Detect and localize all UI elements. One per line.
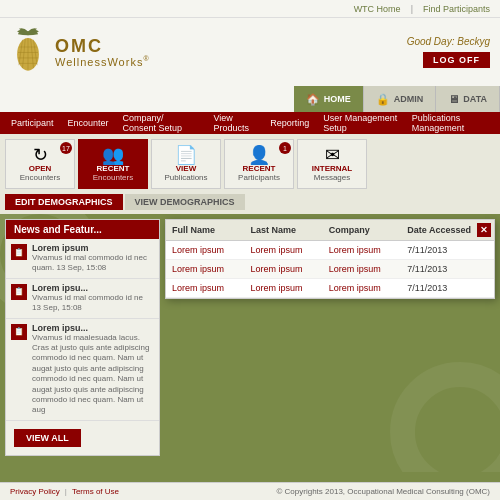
cell-company-1: Lorem ipsum bbox=[323, 241, 401, 260]
person-icon: 👤 bbox=[248, 146, 270, 164]
table-close-button[interactable]: ✕ bbox=[477, 223, 491, 237]
tab-admin-label: ADMIN bbox=[394, 94, 424, 104]
tab-home-label: HOME bbox=[324, 94, 351, 104]
news-item-2: 📋 Lorem ipsu... Vivamus id mal commodo i… bbox=[6, 279, 159, 319]
table-panel: ✕ Full Name Last Name Company Date Acces… bbox=[165, 219, 495, 299]
tile-messages-label: Messages bbox=[314, 173, 350, 182]
envelope-icon: ✉ bbox=[325, 146, 340, 164]
logo-area: OMC WellnessWorks® bbox=[5, 25, 150, 80]
view-demographics-button[interactable]: VIEW DEMOGRAPHICS bbox=[125, 194, 245, 210]
nav-user-mgmt[interactable]: User Management Setup bbox=[317, 112, 404, 134]
tile-recent-enc-label: Encounters bbox=[93, 173, 133, 182]
news-body-1: Vivamus id mal commodo id nec quam. 13 S… bbox=[32, 253, 154, 274]
logout-button[interactable]: LOG OFF bbox=[423, 52, 490, 68]
group-icon: 👥 bbox=[102, 146, 124, 164]
col-full-name: Full Name bbox=[166, 220, 244, 241]
news-title-3: Lorem ipsu... bbox=[32, 323, 154, 333]
cell-last-name-1: Lorem ipsum bbox=[244, 241, 322, 260]
news-text-3: Lorem ipsu... Vivamus id maalesuada lacu… bbox=[32, 323, 154, 416]
find-participants-link[interactable]: Find Participants bbox=[423, 4, 490, 14]
view-all-button[interactable]: VIEW ALL bbox=[14, 429, 81, 447]
news-doc-icon-3: 📋 bbox=[11, 324, 27, 340]
cell-full-name-1: Lorem ipsum bbox=[166, 241, 244, 260]
header: OMC WellnessWorks® Good Day: Beckyg LOG … bbox=[0, 18, 500, 86]
document-icon: 📄 bbox=[175, 146, 197, 164]
cell-full-name-3: Lorem ipsum bbox=[166, 279, 244, 298]
tile-open-encounters[interactable]: 17 ↻ OPEN Encounters bbox=[5, 139, 75, 189]
cell-full-name-2: Lorem ipsum bbox=[166, 260, 244, 279]
tab-data[interactable]: 🖥 DATA bbox=[436, 86, 500, 112]
nav-reporting[interactable]: Reporting bbox=[264, 112, 315, 134]
wtc-home-link[interactable]: WTC Home bbox=[354, 4, 401, 14]
logo-text: OMC WellnessWorks® bbox=[55, 37, 150, 68]
recent-participants-badge: 1 bbox=[279, 142, 291, 154]
lock-icon: 🔒 bbox=[376, 93, 390, 106]
monitor-icon: 🖥 bbox=[448, 93, 459, 105]
nav-participant[interactable]: Participant bbox=[5, 112, 60, 134]
privacy-policy-link[interactable]: Privacy Policy bbox=[10, 487, 60, 496]
open-encounters-badge: 17 bbox=[60, 142, 72, 154]
footer: Privacy Policy | Terms of Use © Copyrigh… bbox=[0, 482, 500, 500]
logo-omc: OMC bbox=[55, 37, 150, 55]
demographics-buttons: EDIT DEMOGRAPHICS VIEW DEMOGRAPHICS bbox=[0, 194, 500, 214]
news-text-2: Lorem ipsu... Vivamus id mal commodo id … bbox=[32, 283, 154, 314]
news-body-2: Vivamus id mal commodo id ne 13 Sep, 15:… bbox=[32, 293, 154, 314]
news-item-1: 📋 Lorem ipsum Vivamus id mal commodo id … bbox=[6, 239, 159, 279]
tile-pub-label: Publications bbox=[164, 173, 207, 182]
cell-company-2: Lorem ipsum bbox=[323, 260, 401, 279]
tile-recent-label: RECENT bbox=[97, 164, 130, 173]
greeting-text: Good Day: Beckyg bbox=[407, 36, 490, 47]
cell-date-3: 7/11/2013 bbox=[401, 279, 494, 298]
news-title-1: Lorem ipsum bbox=[32, 243, 154, 253]
tile-open-label: OPEN bbox=[29, 164, 52, 173]
tile-participants-label: Participants bbox=[238, 173, 280, 182]
cell-date-1: 7/11/2013 bbox=[401, 241, 494, 260]
nav-bar: Participant Encounter Company/ Consent S… bbox=[0, 112, 500, 134]
tile-internal-label: INTERNAL bbox=[312, 164, 352, 173]
news-doc-icon-1: 📋 bbox=[11, 244, 27, 260]
tab-admin[interactable]: 🔒 ADMIN bbox=[364, 86, 437, 112]
cell-company-3: Lorem ipsum bbox=[323, 279, 401, 298]
nav-view-products[interactable]: View Products bbox=[207, 112, 262, 134]
table-row: Lorem ipsum Lorem ipsum Lorem ipsum 7/11… bbox=[166, 260, 494, 279]
footer-separator: | bbox=[65, 487, 67, 496]
tab-home[interactable]: 🏠 HOME bbox=[294, 86, 364, 112]
news-body-3: Vivamus id maalesuada lacus. Cras at jus… bbox=[32, 333, 154, 416]
col-company: Company bbox=[323, 220, 401, 241]
cell-last-name-3: Lorem ipsum bbox=[244, 279, 322, 298]
tile-internal-messages[interactable]: ✉ INTERNAL Messages bbox=[297, 139, 367, 189]
edit-demographics-button[interactable]: EDIT DEMOGRAPHICS bbox=[5, 194, 123, 210]
col-last-name: Last Name bbox=[244, 220, 322, 241]
nav-company-consent[interactable]: Company/ Consent Setup bbox=[117, 112, 206, 134]
cell-last-name-2: Lorem ipsum bbox=[244, 260, 322, 279]
tile-recent-encounters[interactable]: 👥 RECENT Encounters bbox=[78, 139, 148, 189]
table-row: Lorem ipsum Lorem ipsum Lorem ipsum 7/11… bbox=[166, 279, 494, 298]
home-icon: 🏠 bbox=[306, 93, 320, 106]
refresh-icon: ↻ bbox=[33, 146, 48, 164]
terms-link[interactable]: Terms of Use bbox=[72, 487, 119, 496]
news-text-1: Lorem ipsum Vivamus id mal commodo id ne… bbox=[32, 243, 154, 274]
pineapple-icon bbox=[5, 25, 50, 80]
news-header: News and Featur... bbox=[6, 220, 159, 239]
tile-recent-part-label: RECENT bbox=[243, 164, 276, 173]
nav-encounter[interactable]: Encounter bbox=[62, 112, 115, 134]
news-doc-icon-2: 📋 bbox=[11, 284, 27, 300]
tile-view-publications[interactable]: 📄 VIEW Publications bbox=[151, 139, 221, 189]
cell-date-2: 7/11/2013 bbox=[401, 260, 494, 279]
tile-recent-participants[interactable]: 1 👤 RECENT Participants bbox=[224, 139, 294, 189]
news-panel: News and Featur... 📋 Lorem ipsum Vivamus… bbox=[5, 219, 160, 456]
top-bar-separator: | bbox=[411, 4, 413, 14]
tile-view-label: VIEW bbox=[176, 164, 196, 173]
main-content: News and Featur... 📋 Lorem ipsum Vivamus… bbox=[0, 214, 500, 472]
news-item-3: 📋 Lorem ipsu... Vivamus id maalesuada la… bbox=[6, 319, 159, 421]
header-right: Good Day: Beckyg LOG OFF bbox=[407, 36, 490, 68]
deco-circle-2 bbox=[390, 362, 500, 472]
tile-encounters-label: Encounters bbox=[20, 173, 60, 182]
tab-bar: 🏠 HOME 🔒 ADMIN 🖥 DATA bbox=[0, 86, 500, 112]
logo-wellness: WellnessWorks® bbox=[55, 55, 150, 68]
footer-links: Privacy Policy | Terms of Use bbox=[10, 487, 119, 496]
tab-data-label: DATA bbox=[463, 94, 487, 104]
news-title-2: Lorem ipsu... bbox=[32, 283, 154, 293]
nav-publications[interactable]: Publications Management bbox=[406, 112, 495, 134]
tiles-row: 17 ↻ OPEN Encounters 👥 RECENT Encounters… bbox=[0, 134, 500, 194]
